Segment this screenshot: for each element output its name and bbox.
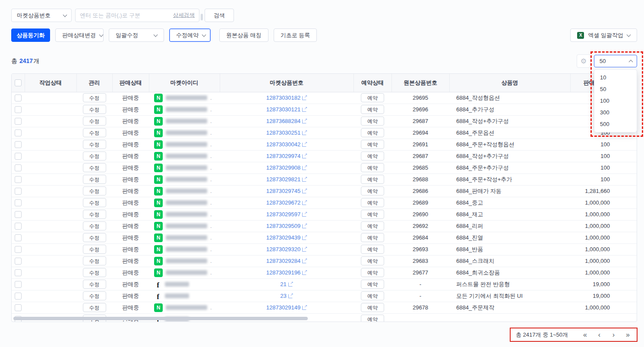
- external-link-icon[interactable]: [302, 259, 307, 263]
- row-checkbox[interactable]: [15, 281, 22, 288]
- reserve-button[interactable]: 예약: [361, 163, 384, 172]
- market-product-link[interactable]: 12873029439: [266, 234, 301, 241]
- edit-button[interactable]: 수정: [83, 140, 106, 149]
- row-checkbox[interactable]: [15, 188, 22, 195]
- external-link-icon[interactable]: [288, 282, 293, 287]
- edit-button[interactable]: 수정: [83, 163, 106, 172]
- select-all-checkbox[interactable]: [15, 79, 22, 86]
- search-input[interactable]: [80, 12, 170, 19]
- reserve-button[interactable]: 예약: [361, 221, 384, 230]
- row-checkbox[interactable]: [15, 164, 22, 171]
- row-checkbox[interactable]: [15, 211, 22, 218]
- row-checkbox[interactable]: [15, 304, 22, 311]
- table-settings-button[interactable]: ⚙: [577, 54, 590, 68]
- search-field-select[interactable]: 마켓상품번호: [11, 9, 72, 22]
- market-product-link[interactable]: 23: [280, 293, 286, 299]
- market-product-link[interactable]: 12873029821: [266, 176, 301, 183]
- external-link-icon[interactable]: [302, 189, 307, 193]
- market-product-link[interactable]: 12873029149: [266, 304, 301, 311]
- reserve-button[interactable]: 예약: [361, 151, 384, 161]
- edit-button[interactable]: 수정: [83, 175, 106, 184]
- market-product-link[interactable]: 12873029320: [266, 246, 301, 252]
- reserve-button[interactable]: 예약: [361, 128, 384, 137]
- reserve-button[interactable]: 예약: [361, 256, 384, 265]
- market-product-link[interactable]: 12873029509: [266, 223, 301, 229]
- edit-button[interactable]: 수정: [83, 93, 106, 102]
- market-product-link[interactable]: 12873030251: [266, 129, 301, 136]
- reserve-button[interactable]: 예약: [361, 175, 384, 184]
- reserve-button[interactable]: 예약: [361, 210, 384, 219]
- external-link-icon[interactable]: [302, 154, 307, 158]
- edit-button[interactable]: 수정: [83, 303, 106, 312]
- market-product-link[interactable]: 12873029974: [266, 153, 301, 159]
- edit-button[interactable]: 수정: [83, 245, 106, 254]
- next-page-button[interactable]: ›: [608, 330, 619, 340]
- reserve-button[interactable]: 예약: [361, 245, 384, 254]
- row-checkbox[interactable]: [15, 95, 22, 101]
- reserve-button[interactable]: 예약: [361, 105, 384, 114]
- market-product-link[interactable]: 12873029196: [266, 269, 301, 276]
- external-link-icon[interactable]: [302, 130, 307, 135]
- external-link-icon[interactable]: [302, 107, 307, 112]
- row-checkbox[interactable]: [15, 176, 22, 183]
- external-link-icon[interactable]: [302, 305, 307, 310]
- edit-button[interactable]: 수정: [83, 210, 106, 219]
- edit-reserve-dropdown[interactable]: 수정예약: [169, 28, 211, 42]
- reserve-button[interactable]: 예약: [361, 291, 384, 300]
- page-size-option-100[interactable]: 100: [594, 95, 637, 107]
- search-button[interactable]: 검색: [205, 9, 234, 22]
- prev-page-button[interactable]: ‹: [594, 330, 605, 340]
- reserve-button[interactable]: 예약: [361, 140, 384, 149]
- market-product-link[interactable]: 12873029672: [266, 199, 301, 206]
- page-size-select[interactable]: 50: [594, 55, 637, 67]
- row-checkbox[interactable]: [15, 118, 22, 125]
- row-checkbox[interactable]: [15, 234, 22, 241]
- row-checkbox[interactable]: [15, 293, 22, 300]
- row-checkbox[interactable]: [15, 223, 22, 230]
- external-link-icon[interactable]: [302, 270, 307, 275]
- external-link-icon[interactable]: [302, 142, 307, 147]
- edit-button[interactable]: 수정: [83, 151, 106, 161]
- page-size-option-50[interactable]: 50: [594, 83, 637, 95]
- market-product-link[interactable]: 12873030182: [266, 95, 301, 101]
- horizontal-scrollbar-thumb[interactable]: [13, 317, 308, 320]
- external-link-icon[interactable]: [302, 224, 307, 228]
- bulk-edit-dropdown[interactable]: 일괄수정: [109, 28, 164, 42]
- external-link-icon[interactable]: [302, 200, 307, 205]
- edit-button[interactable]: 수정: [83, 280, 106, 289]
- reserve-button[interactable]: 예약: [361, 233, 384, 242]
- row-checkbox[interactable]: [15, 141, 22, 148]
- reserve-button[interactable]: 예약: [361, 93, 384, 102]
- edit-button[interactable]: 수정: [83, 268, 106, 277]
- external-link-icon[interactable]: [302, 235, 307, 240]
- row-checkbox[interactable]: [15, 129, 22, 136]
- row-checkbox[interactable]: [15, 258, 22, 265]
- edit-button[interactable]: 수정: [83, 233, 106, 242]
- edit-button[interactable]: 수정: [83, 221, 106, 230]
- edit-button[interactable]: 수정: [83, 198, 106, 207]
- last-page-button[interactable]: »: [622, 330, 633, 340]
- input-resize-grip[interactable]: [201, 14, 203, 20]
- row-checkbox[interactable]: [15, 106, 22, 113]
- edit-button[interactable]: 수정: [83, 291, 106, 300]
- excel-bulk-dropdown[interactable]: X 엑셀 일괄작업: [570, 28, 637, 42]
- market-product-link[interactable]: 12873030121: [266, 106, 301, 113]
- edit-button[interactable]: 수정: [83, 186, 106, 196]
- reserve-button[interactable]: 예약: [361, 268, 384, 277]
- market-product-link[interactable]: 12873688284: [266, 118, 301, 124]
- register-basic-button[interactable]: 기초로 등록: [274, 28, 317, 42]
- first-page-button[interactable]: «: [580, 330, 590, 340]
- edit-button[interactable]: 수정: [83, 105, 106, 114]
- row-checkbox[interactable]: [15, 246, 22, 253]
- reserve-button[interactable]: 예약: [361, 303, 384, 312]
- market-product-link[interactable]: 12873029284: [266, 258, 301, 264]
- market-product-link[interactable]: 12873029745: [266, 188, 301, 194]
- external-link-icon[interactable]: [302, 247, 307, 252]
- market-product-link[interactable]: 12873029908: [266, 164, 301, 171]
- row-checkbox[interactable]: [15, 153, 22, 160]
- page-size-option-10[interactable]: 10: [594, 72, 637, 83]
- external-link-icon[interactable]: [302, 119, 307, 123]
- product-sync-button[interactable]: 상품동기화: [11, 28, 50, 42]
- detail-search-link[interactable]: 상세검색: [173, 12, 195, 19]
- edit-button[interactable]: 수정: [83, 117, 106, 126]
